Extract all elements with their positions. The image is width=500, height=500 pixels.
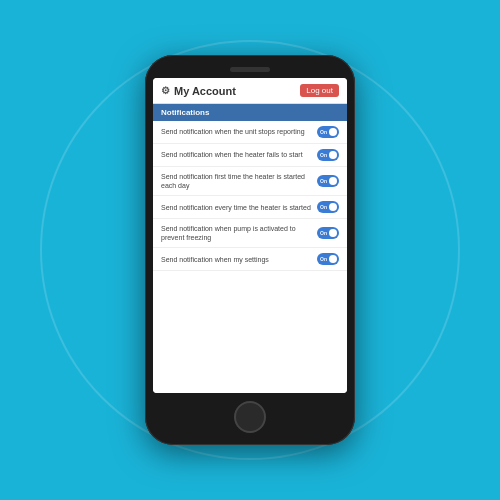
phone-screen: ⚙ My Account Log out Notifications Send … [153, 78, 347, 393]
notif-row: Send notification when my settingsOn [153, 248, 347, 271]
notif-text: Send notification when the heater fails … [161, 150, 317, 159]
page-title: My Account [174, 85, 236, 97]
phone-home-button[interactable] [234, 401, 266, 433]
toggle-switch[interactable]: On [317, 227, 339, 239]
notif-text: Send notification when my settings [161, 255, 317, 264]
logout-button[interactable]: Log out [300, 84, 339, 97]
toggle-switch[interactable]: On [317, 126, 339, 138]
gear-icon: ⚙ [161, 85, 170, 96]
notif-text: Send notification when the unit stops re… [161, 127, 317, 136]
notifications-section-header: Notifications [153, 104, 347, 121]
toggle-label: On [320, 178, 327, 184]
toggle-label: On [320, 204, 327, 210]
notif-row: Send notification when the heater fails … [153, 144, 347, 167]
toggle-label: On [320, 256, 327, 262]
toggle-label: On [320, 129, 327, 135]
notif-row: Send notification first time the heater … [153, 167, 347, 196]
notif-row: Send notification every time the heater … [153, 196, 347, 219]
phone-shell: ⚙ My Account Log out Notifications Send … [145, 55, 355, 445]
notif-row: Send notification when pump is activated… [153, 219, 347, 248]
toggle-switch[interactable]: On [317, 201, 339, 213]
toggle-label: On [320, 152, 327, 158]
notifications-list: Send notification when the unit stops re… [153, 121, 347, 393]
notif-text: Send notification when pump is activated… [161, 224, 317, 242]
toggle-switch[interactable]: On [317, 149, 339, 161]
notif-text: Send notification every time the heater … [161, 203, 317, 212]
notif-row: Send notification when the unit stops re… [153, 121, 347, 144]
screen-header: ⚙ My Account Log out [153, 78, 347, 104]
toggle-switch[interactable]: On [317, 175, 339, 187]
screen-title: ⚙ My Account [161, 85, 236, 97]
toggle-label: On [320, 230, 327, 236]
notif-text: Send notification first time the heater … [161, 172, 317, 190]
toggle-switch[interactable]: On [317, 253, 339, 265]
phone-speaker [230, 67, 270, 72]
